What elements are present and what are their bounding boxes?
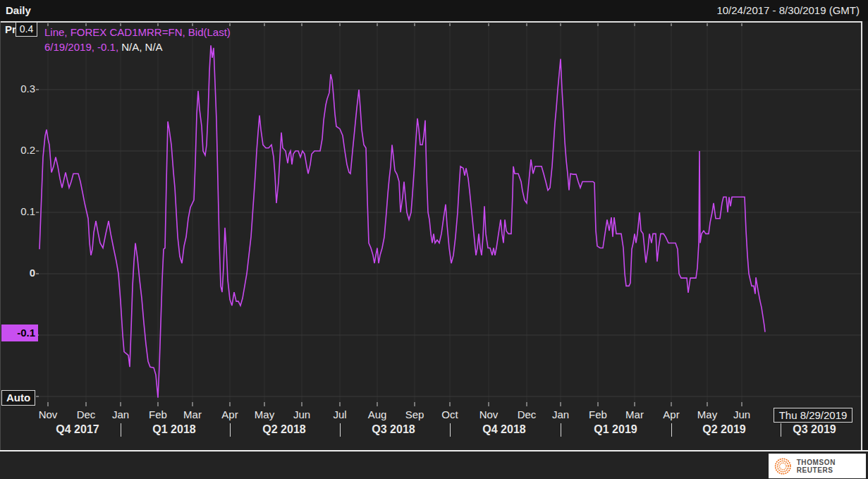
price-line-series bbox=[39, 45, 765, 397]
month-label: Oct bbox=[430, 408, 470, 420]
month-label: May bbox=[687, 408, 727, 420]
month-label: Jul bbox=[320, 408, 360, 420]
quarter-separator bbox=[450, 423, 451, 437]
y-axis-auto-scale-button[interactable]: Auto bbox=[1, 390, 35, 406]
legend-cursor-na-values: N/A, N/A bbox=[118, 41, 163, 53]
quarter-separator bbox=[561, 423, 561, 437]
quarter-separator bbox=[121, 423, 121, 437]
x-axis-end-date-box[interactable]: Thu 8/29/2019 bbox=[774, 408, 852, 423]
panel-right-border bbox=[861, 21, 862, 451]
thomson-reuters-logo: THOMSON REUTERS bbox=[769, 454, 866, 478]
footer-area bbox=[0, 451, 868, 479]
legend-cursor-date-value: 6/19/2019, -0.1, bbox=[44, 41, 118, 53]
month-label: Feb bbox=[578, 408, 618, 420]
y-tick-label: 0.2 bbox=[3, 144, 35, 156]
month-label: Feb bbox=[138, 408, 178, 420]
quarter-label: Q2 2018 bbox=[245, 423, 323, 436]
month-label: Jan bbox=[101, 408, 140, 420]
month-label: Dec bbox=[66, 408, 106, 420]
quarter-label: Q1 2019 bbox=[577, 423, 654, 436]
panel-left-border bbox=[0, 21, 1, 450]
legend-cursor-values: 6/19/2019, -0.1, N/A, N/A bbox=[44, 40, 231, 54]
month-label: Mar bbox=[615, 408, 654, 420]
quarter-separator bbox=[230, 423, 231, 437]
thomson-reuters-wordmark: THOMSON REUTERS bbox=[797, 459, 866, 474]
quarter-label: Q2 2019 bbox=[685, 423, 763, 436]
quarter-label: Q1 2018 bbox=[135, 423, 213, 436]
month-label: Apr bbox=[652, 408, 691, 420]
month-label: Sep bbox=[395, 408, 434, 420]
month-label: Jun bbox=[722, 408, 762, 420]
thomson-reuters-kinesis-icon bbox=[774, 456, 793, 477]
month-label: May bbox=[245, 408, 284, 420]
month-label: Nov bbox=[28, 408, 68, 420]
quarter-label: Q4 2018 bbox=[465, 423, 543, 436]
last-value-badge: -0.1 bbox=[1, 325, 38, 341]
month-label: Jun bbox=[282, 408, 322, 420]
legend-series-name: Line, FOREX CAD1MRR=FN, Bid(Last) bbox=[44, 25, 231, 40]
quarter-label: Q4 2017 bbox=[39, 423, 116, 436]
quarter-separator bbox=[781, 423, 781, 437]
y-tick-label: 0.3 bbox=[3, 83, 35, 95]
chart-legend[interactable]: Line, FOREX CAD1MRR=FN, Bid(Last) 6/19/2… bbox=[44, 25, 231, 54]
month-label: Mar bbox=[173, 408, 212, 420]
quarter-label: Q3 2018 bbox=[355, 423, 432, 436]
month-label: Apr bbox=[210, 408, 250, 420]
eikon-chart-window: Daily 10/24/2017 - 8/30/2019 (GMT) Pri 0… bbox=[0, 0, 868, 479]
quarter-label: Q3 2019 bbox=[776, 423, 853, 436]
quarter-separator bbox=[340, 423, 341, 437]
y-axis-top-value-box[interactable]: 0.4 bbox=[16, 22, 37, 37]
month-label: Aug bbox=[357, 408, 397, 420]
panel-top-border bbox=[0, 21, 862, 23]
y-tick-label: 0.1 bbox=[3, 205, 35, 217]
y-tick-label: 0 bbox=[3, 267, 35, 279]
quarter-separator bbox=[671, 423, 672, 437]
price-chart-canvas[interactable] bbox=[0, 0, 868, 479]
month-label: Jan bbox=[541, 408, 580, 420]
month-label: Nov bbox=[469, 408, 508, 420]
